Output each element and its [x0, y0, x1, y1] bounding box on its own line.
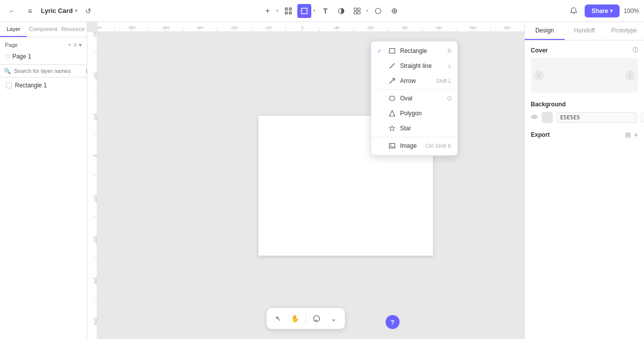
- tab-prototype[interactable]: Prototype: [604, 22, 644, 40]
- arrow-icon: [388, 77, 396, 85]
- svg-line-12: [390, 63, 395, 68]
- page-item-label: Page 1: [12, 53, 31, 60]
- tab-resource[interactable]: Resource: [59, 22, 87, 37]
- svg-rect-2: [285, 12, 287, 14]
- polygon-icon: [388, 109, 396, 117]
- svg-marker-16: [390, 126, 395, 131]
- layer-list: Rectangle 1: [0, 77, 87, 339]
- menu-item-oval[interactable]: Oval O: [371, 91, 457, 106]
- menu-item-star[interactable]: Star: [371, 121, 457, 136]
- cover-info-icon[interactable]: ⓘ: [633, 46, 638, 54]
- tool-group-arrange: ▾: [350, 4, 369, 18]
- svg-rect-3: [289, 12, 291, 14]
- page-item-1[interactable]: □ Page 1: [2, 50, 85, 62]
- image-shortcut: Ctrl Shift K: [425, 143, 451, 149]
- expand-pages-button[interactable]: ▾: [79, 41, 82, 48]
- export-add-icon[interactable]: +: [634, 131, 638, 139]
- undo-button[interactable]: ↺: [81, 4, 95, 18]
- background-opacity-input[interactable]: [641, 112, 644, 122]
- svg-rect-8: [354, 11, 357, 14]
- list-pages-button[interactable]: ≡: [73, 41, 77, 48]
- cover-prev-button[interactable]: ‹: [534, 70, 544, 80]
- background-visibility-icon[interactable]: [531, 114, 538, 121]
- tab-handoff[interactable]: Handoff: [565, 22, 605, 40]
- straight-line-shortcut: L: [448, 63, 451, 69]
- oval-icon: [388, 94, 396, 102]
- svg-point-10: [376, 8, 381, 13]
- background-section-header: Background: [531, 101, 638, 108]
- zoom-label[interactable]: 100%: [624, 7, 639, 14]
- hand-tool[interactable]: ✋: [288, 311, 303, 326]
- canvas-area[interactable]: -600-500-400-300-200-1000100200300400500…: [87, 22, 524, 339]
- arrow-shortcut: Shift L: [436, 78, 451, 84]
- frame-icon: [285, 7, 292, 14]
- share-button[interactable]: Share ▾: [585, 4, 620, 17]
- frame-tool-button[interactable]: [281, 4, 295, 18]
- cover-section-header: Cover ⓘ: [531, 46, 638, 54]
- svg-rect-1: [289, 8, 291, 10]
- tab-design[interactable]: Design: [525, 22, 565, 40]
- notification-icon: [570, 7, 578, 15]
- menu-divider-2: [371, 137, 457, 137]
- svg-point-14: [390, 96, 395, 101]
- theme-tool-button[interactable]: [334, 4, 348, 18]
- tool-group-shape: ▾: [297, 4, 316, 18]
- menu-item-rectangle[interactable]: ✓ Rectangle R: [371, 43, 457, 58]
- background-label: Background: [531, 101, 566, 108]
- menu-item-image[interactable]: Image Ctrl Shift K: [371, 138, 457, 153]
- cover-section: Cover ⓘ ‹ ›: [531, 46, 638, 93]
- background-color-swatch[interactable]: [542, 112, 553, 123]
- text-tool-button[interactable]: T: [318, 4, 332, 18]
- add-tool-button[interactable]: +: [260, 4, 274, 18]
- page-section-label: Page: [5, 42, 18, 48]
- shape-tool-button[interactable]: [297, 4, 311, 18]
- menu-item-polygon[interactable]: Polygon: [371, 106, 457, 121]
- tab-layer[interactable]: Layer: [0, 22, 27, 37]
- export-label: Export: [531, 131, 550, 138]
- export-settings-icon[interactable]: ⊞: [625, 131, 631, 139]
- background-row: %: [531, 112, 638, 123]
- project-title[interactable]: Lyric Card ▾: [41, 7, 77, 14]
- oval-shortcut: O: [447, 95, 451, 101]
- export-actions: ⊞ +: [625, 131, 638, 139]
- arrange-tool-arrow[interactable]: ▾: [365, 8, 369, 13]
- export-row: Export ⊞ +: [531, 131, 638, 139]
- tab-component[interactable]: Component: [27, 22, 59, 37]
- bottom-toolbar: ↖ ✋ ⌄: [267, 308, 345, 329]
- add-page-button[interactable]: +: [68, 41, 71, 48]
- search-input[interactable]: [14, 68, 83, 74]
- page-section: Page + ≡ ▾ □ Page 1: [0, 37, 87, 65]
- right-tabs: Design Handoff Prototype: [525, 22, 644, 40]
- menu-button[interactable]: ≡: [23, 4, 37, 18]
- top-bar: ← ≡ Lyric Card ▾ ↺ + ▾ ▾: [0, 0, 644, 22]
- page-actions: + ≡ ▾: [68, 41, 82, 48]
- add-tool-arrow[interactable]: ▾: [275, 8, 279, 13]
- menu-item-straight-line[interactable]: Straight line L: [371, 58, 457, 73]
- back-button[interactable]: ←: [5, 4, 19, 18]
- menu-item-star-label: Star: [400, 125, 411, 132]
- svg-rect-11: [390, 49, 395, 53]
- shape-dropdown-menu: ✓ Rectangle R Straight line L: [371, 41, 458, 156]
- svg-rect-4: [302, 8, 307, 13]
- plugin-tool-button[interactable]: ⊕: [387, 4, 401, 18]
- cursor-tool[interactable]: ↖: [271, 311, 286, 326]
- help-button[interactable]: ?: [386, 315, 400, 329]
- left-sidebar: Layer Component Resource Page + ≡ ▾ □ Pa…: [0, 22, 87, 339]
- layer-item-rect1[interactable]: Rectangle 1: [2, 79, 85, 91]
- top-bar-right: Share ▾ 100%: [567, 4, 639, 18]
- comment-tool[interactable]: [309, 311, 324, 326]
- more-tool[interactable]: ⌄: [326, 311, 341, 326]
- notification-button[interactable]: [567, 4, 581, 18]
- shape-tool-arrow[interactable]: ▾: [312, 8, 316, 13]
- image-icon: [388, 142, 396, 150]
- straight-line-icon: [388, 62, 396, 70]
- layer-visibility-checkbox[interactable]: [6, 82, 12, 88]
- menu-item-oval-label: Oval: [400, 95, 413, 102]
- background-color-input[interactable]: [557, 112, 637, 123]
- canvas-content: [97, 32, 524, 339]
- menu-item-arrow[interactable]: Arrow Shift L: [371, 73, 457, 88]
- cover-next-button[interactable]: ›: [625, 70, 635, 80]
- arrange-tool-button[interactable]: [350, 4, 364, 18]
- main-layout: Layer Component Resource Page + ≡ ▾ □ Pa…: [0, 22, 644, 339]
- ellipse-tool-button[interactable]: [371, 4, 385, 18]
